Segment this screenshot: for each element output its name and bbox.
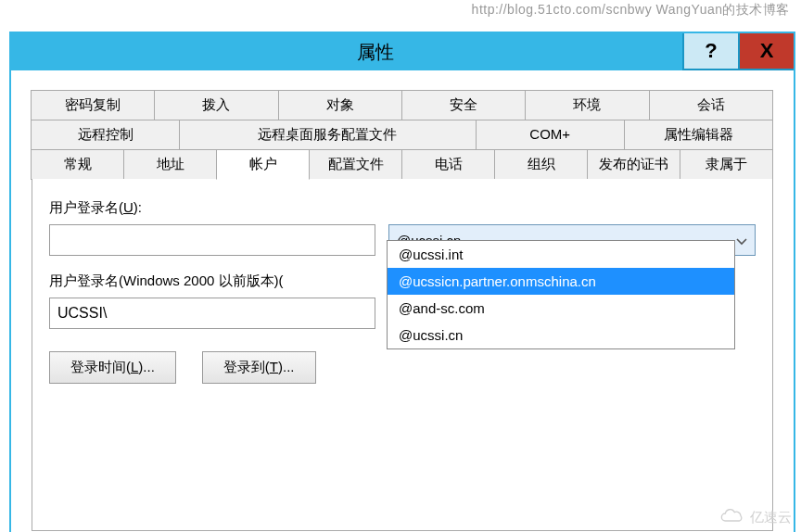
logo-watermark-text: 亿速云 — [750, 509, 792, 526]
tab-sessions[interactable]: 会话 — [649, 90, 773, 120]
tab-organization[interactable]: 组织 — [494, 149, 588, 180]
logon-hours-post: )... — [138, 359, 155, 374]
legacy-domain-input[interactable] — [49, 298, 375, 329]
chevron-down-icon — [736, 233, 747, 248]
login-name-input[interactable] — [49, 224, 375, 256]
logo-watermark: 亿速云 — [717, 508, 792, 526]
titlebar-buttons: ? X — [682, 33, 794, 70]
login-label-pre: 用户登录名( — [49, 199, 123, 215]
help-button[interactable]: ? — [682, 33, 738, 70]
tab-password-replication[interactable]: 密码复制 — [31, 90, 155, 120]
domain-dropdown[interactable]: @ucssi.int @ucssicn.partner.onmschina.cn… — [387, 240, 735, 349]
titlebar: 属性 ? X — [11, 33, 794, 70]
dropdown-item-selected[interactable]: @ucssicn.partner.onmschina.cn — [388, 268, 734, 295]
logon-hours-pre: 登录时间( — [70, 359, 131, 374]
tab-row-2: 远程控制 远程桌面服务配置文件 COM+ 属性编辑器 — [32, 120, 773, 150]
login-label-post: ): — [134, 199, 142, 215]
logon-hours-button[interactable]: 登录时间(L)... — [49, 351, 176, 384]
tab-general[interactable]: 常规 — [31, 149, 124, 180]
tab-rds-profile[interactable]: 远程桌面服务配置文件 — [179, 120, 476, 150]
tab-attribute-editor[interactable]: 属性编辑器 — [624, 120, 773, 150]
dropdown-item[interactable]: @ucssi.cn — [388, 322, 734, 348]
client-area: 密码复制 拨入 对象 安全 环境 会话 远程控制 远程桌面服务配置文件 COM+… — [11, 70, 794, 532]
tab-object[interactable]: 对象 — [278, 90, 402, 120]
button-row: 登录时间(L)... 登录到(T)... — [49, 351, 756, 384]
properties-dialog: 属性 ? X 密码复制 拨入 对象 安全 环境 会话 远程控制 远程桌面服务配置… — [9, 32, 795, 532]
tab-memberof[interactable]: 隶属于 — [680, 149, 773, 180]
logon-to-button[interactable]: 登录到(T)... — [202, 351, 316, 384]
tab-environment[interactable]: 环境 — [525, 90, 649, 120]
tab-remote-control[interactable]: 远程控制 — [31, 120, 180, 150]
tab-dialin[interactable]: 拨入 — [154, 90, 278, 120]
tab-phone[interactable]: 电话 — [401, 149, 495, 180]
close-button[interactable]: X — [738, 33, 794, 70]
account-panel: 用户登录名(U): @ucssi.cn 用户登录名(Windows 2000 以… — [32, 179, 773, 531]
tab-security[interactable]: 安全 — [401, 90, 526, 120]
dropdown-item[interactable]: @ucssi.int — [388, 241, 734, 268]
tab-row-3: 常规 地址 帐户 配置文件 电话 组织 发布的证书 隶属于 — [32, 150, 773, 180]
tab-row-1: 密码复制 拨入 对象 安全 环境 会话 — [32, 91, 773, 120]
window-title: 属性 — [11, 40, 682, 65]
login-name-label: 用户登录名(U): — [49, 199, 756, 217]
logon-to-u: T — [270, 359, 278, 374]
tab-profile[interactable]: 配置文件 — [309, 149, 402, 180]
tab-published-certs[interactable]: 发布的证书 — [587, 149, 680, 180]
watermark-text: http://blog.51cto.com/scnbwy WangYuan的技术… — [472, 2, 790, 19]
cloud-icon — [717, 508, 746, 526]
login-label-underline: U — [123, 199, 134, 215]
tab-rows: 密码复制 拨入 对象 安全 环境 会话 远程控制 远程桌面服务配置文件 COM+… — [32, 91, 773, 180]
dropdown-item[interactable]: @and-sc.com — [388, 295, 734, 322]
logon-to-post: )... — [278, 359, 295, 374]
tab-complus[interactable]: COM+ — [476, 120, 625, 150]
tab-account[interactable]: 帐户 — [216, 149, 310, 180]
tab-address[interactable]: 地址 — [123, 149, 217, 180]
logon-to-pre: 登录到( — [223, 359, 270, 374]
